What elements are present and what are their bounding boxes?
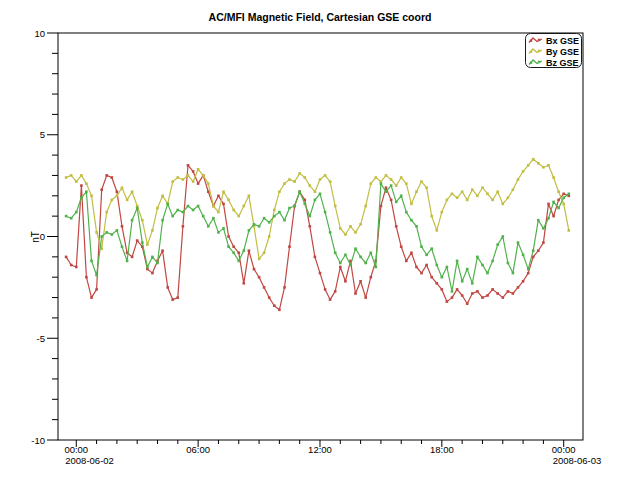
data-point-marker [420,245,423,248]
x-tick-label: 12:00 [308,444,332,455]
data-point-marker [370,182,373,185]
data-point-marker [425,186,428,189]
data-point-marker [126,260,129,263]
data-point-marker [430,215,433,218]
data-point-marker [486,193,489,196]
data-point-marker [263,286,266,289]
data-point-marker [151,272,154,275]
data-point-marker [446,266,449,269]
data-point-marker [90,260,93,263]
data-point-marker [121,186,124,189]
data-point-marker [451,296,454,299]
magnetic-field-chart: AC/MFI Magnetic Field, Cartesian GSE coo… [0,0,640,480]
data-point-marker [527,268,530,271]
data-point-marker [476,256,479,259]
data-point-marker [222,203,225,206]
data-point-marker [248,195,251,198]
data-point-marker [116,195,119,198]
data-point-marker [430,247,433,250]
data-point-marker [441,211,444,214]
data-point-marker [243,282,246,285]
data-point-marker [283,219,286,222]
data-point-marker [207,182,210,185]
data-point-marker [283,182,286,185]
data-point-marker [111,176,114,179]
data-point-marker [405,182,408,185]
data-point-marker [85,182,88,185]
data-point-marker [85,276,88,279]
data-point-marker [375,176,378,179]
plot-area[interactable] [58,33,583,440]
x-tick-label: 00:00 [64,444,88,455]
data-point-marker [512,188,515,191]
legend-swatch-marker [530,62,532,64]
data-point-marker [100,188,103,191]
data-point-marker [344,280,347,283]
data-point-marker [344,254,347,257]
data-point-marker [522,280,525,283]
y-tick-label: 5 [40,129,45,140]
data-point-marker [111,233,114,236]
data-point-marker [131,219,134,222]
data-point-marker [446,300,449,303]
data-point-marker [309,184,312,187]
data-point-marker [451,290,454,293]
data-point-marker [202,174,205,177]
data-point-marker [238,215,241,218]
data-point-marker [410,203,413,206]
data-point-marker [116,190,119,193]
data-point-marker [253,268,256,271]
data-point-marker [390,199,393,202]
data-point-marker [557,190,560,193]
data-point-marker [161,219,164,222]
data-point-marker [481,296,484,299]
data-point-marker [156,262,159,265]
data-point-marker [354,231,357,234]
data-point-marker [385,190,388,193]
data-point-marker [349,225,352,228]
data-point-marker [65,176,68,179]
data-point-marker [177,176,180,179]
data-point-marker [395,201,398,204]
data-point-marker [314,256,317,259]
data-point-marker [425,264,428,267]
data-point-marker [552,201,555,204]
data-point-marker [329,298,332,301]
data-point-marker [273,304,276,307]
data-point-marker [512,292,515,295]
data-point-marker [197,205,200,208]
data-point-marker [491,260,494,263]
x-date-label: 2008-06-03 [553,455,602,466]
data-point-marker [207,225,210,228]
data-point-marker [141,241,144,244]
data-point-marker [177,296,180,299]
data-point-marker [430,276,433,279]
data-point-marker [65,256,68,259]
data-point-marker [517,286,520,289]
data-point-marker [537,249,540,252]
data-point-marker [100,235,103,238]
data-point-marker [121,245,124,248]
data-point-marker [298,172,301,175]
data-point-marker [461,294,464,297]
data-point-marker [395,184,398,187]
data-point-marker [471,282,474,285]
data-point-marker [400,195,403,198]
data-point-marker [476,290,479,293]
data-point-marker [364,205,367,208]
data-point-marker [527,164,530,167]
x-tick-label: 00:00 [552,444,576,455]
data-point-marker [75,266,78,269]
data-point-marker [207,190,210,193]
data-point-marker [532,249,535,252]
data-point-marker [385,186,388,189]
series-by-gse-line [66,159,569,259]
data-point-marker [278,211,281,214]
data-point-marker [537,162,540,165]
data-point-marker [354,292,357,295]
data-point-marker [105,174,108,177]
data-point-marker [486,294,489,297]
data-point-marker [248,249,251,252]
data-point-marker [278,190,281,193]
data-point-marker [410,252,413,255]
